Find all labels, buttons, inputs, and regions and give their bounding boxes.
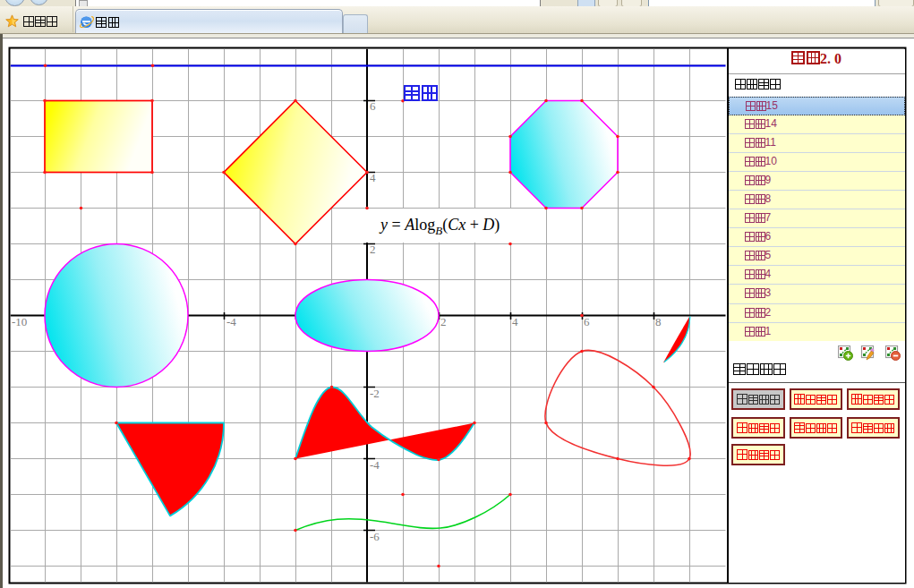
svg-text:2: 2 <box>440 315 447 328</box>
svg-text:-4: -4 <box>370 458 380 472</box>
svg-text:-4: -4 <box>226 315 236 328</box>
svg-text:8: 8 <box>655 315 662 328</box>
svg-text:-2: -2 <box>370 387 380 400</box>
svg-text:6: 6 <box>370 99 376 113</box>
svg-text:2: 2 <box>370 243 376 256</box>
svg-text:6: 6 <box>584 315 590 328</box>
svg-text:4: 4 <box>370 171 376 184</box>
svg-text:-6: -6 <box>370 530 380 543</box>
svg-text:4: 4 <box>512 315 518 328</box>
svg-text:-10: -10 <box>12 315 27 328</box>
